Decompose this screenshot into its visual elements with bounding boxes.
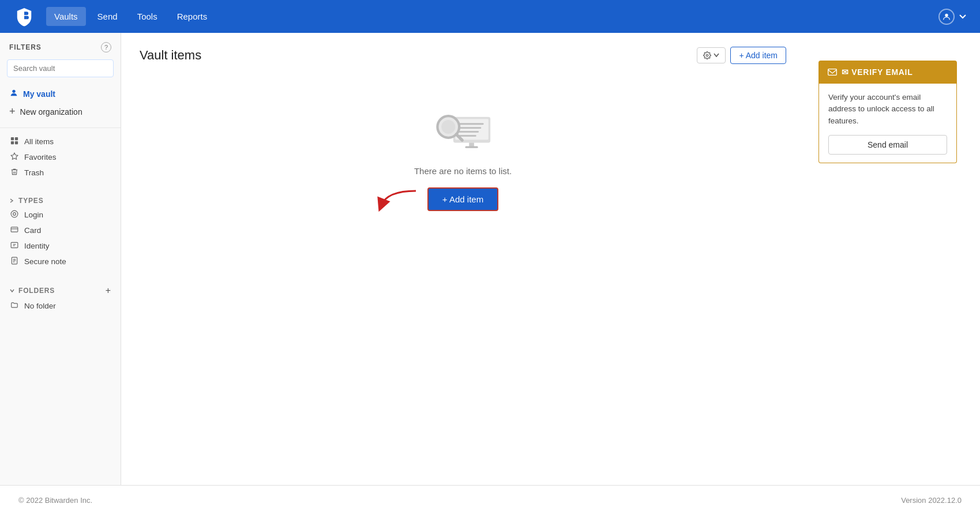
main-layout: FILTERS ? My vault + New organization: [0, 33, 980, 485]
trash-icon: [9, 168, 20, 178]
nav-send[interactable]: Send: [89, 7, 126, 26]
trash-filter[interactable]: Trash: [7, 165, 114, 181]
right-column: ✉ VERIFY EMAIL Verify your account's ema…: [800, 47, 962, 177]
trash-label: Trash: [24, 168, 44, 177]
svg-rect-5: [15, 141, 18, 144]
login-icon: [9, 210, 20, 220]
svg-point-7: [11, 210, 18, 217]
all-items-label: All items: [24, 137, 54, 146]
send-email-button[interactable]: Send email: [828, 135, 947, 155]
my-vault-label: My vault: [23, 89, 55, 99]
login-label: Login: [24, 210, 43, 219]
empty-message: There are no items to list.: [414, 166, 512, 176]
svg-rect-2: [11, 137, 14, 140]
empty-illustration: [429, 101, 498, 155]
no-folder-item[interactable]: No folder: [7, 298, 114, 314]
favorites-filter[interactable]: Favorites: [7, 149, 114, 165]
topnav: Vaults Send Tools Reports: [0, 0, 980, 33]
new-org-item[interactable]: + New organization: [7, 103, 114, 121]
secure-note-type[interactable]: Secure note: [7, 254, 114, 269]
svg-rect-11: [11, 242, 18, 247]
topnav-links: Vaults Send Tools Reports: [46, 7, 938, 26]
types-section-label: TYPES: [7, 192, 114, 207]
svg-point-28: [441, 120, 455, 134]
favorites-label: Favorites: [24, 153, 57, 161]
bitwarden-logo: [14, 6, 35, 27]
main-filters: All items Favorites Trash: [0, 128, 121, 186]
verify-email-title: ✉ VERIFY EMAIL: [842, 67, 913, 77]
search-input[interactable]: [7, 59, 114, 77]
help-icon[interactable]: ?: [101, 42, 111, 52]
folders-section: FOLDERS + No folder: [0, 275, 121, 319]
card-icon: [9, 225, 20, 235]
identity-icon: [9, 241, 20, 251]
new-org-label: New organization: [20, 107, 82, 116]
svg-rect-4: [11, 141, 14, 144]
star-icon: [9, 152, 20, 162]
secure-note-label: Secure note: [24, 257, 66, 266]
footer: © 2022 Bitwarden Inc. Version 2022.12.0: [0, 485, 980, 515]
all-items-filter[interactable]: All items: [7, 134, 114, 149]
card-type[interactable]: Card: [7, 223, 114, 238]
add-item-center-button[interactable]: + Add item: [427, 187, 498, 211]
note-icon: [9, 257, 20, 266]
options-button[interactable]: [697, 47, 726, 63]
search-box: [7, 59, 114, 77]
plus-icon: +: [9, 106, 16, 118]
user-menu[interactable]: [938, 9, 966, 25]
verify-email-card: ✉ VERIFY EMAIL Verify your account's ema…: [818, 61, 957, 163]
add-item-header-button[interactable]: + Add item: [730, 47, 786, 64]
svg-point-18: [707, 54, 709, 57]
identity-type[interactable]: Identity: [7, 238, 114, 254]
copyright: © 2022 Bitwarden Inc.: [18, 496, 92, 505]
svg-rect-9: [11, 227, 18, 232]
page-title: Vault items: [140, 48, 697, 63]
add-folder-button[interactable]: +: [106, 285, 111, 296]
svg-marker-6: [11, 153, 18, 159]
chevron-down-folders-icon: [9, 288, 15, 294]
content-header: Vault items + Add item: [140, 47, 786, 64]
nav-reports[interactable]: Reports: [169, 7, 216, 26]
avatar: [938, 9, 955, 25]
chevron-right-icon: [9, 198, 15, 204]
svg-rect-26: [465, 146, 478, 148]
svg-point-0: [945, 13, 948, 16]
svg-rect-25: [469, 142, 474, 146]
version: Version 2022.12.0: [901, 496, 962, 505]
header-actions: + Add item: [697, 47, 786, 64]
my-vault-item[interactable]: My vault: [7, 85, 114, 103]
chevron-down-icon: [959, 14, 966, 19]
filters-title: FILTERS: [9, 43, 42, 51]
grid-icon: [9, 137, 20, 146]
verify-email-text: Verify your account's email address to u…: [828, 92, 947, 127]
folders-section-label: FOLDERS +: [7, 281, 114, 298]
card-label: Card: [24, 226, 41, 235]
vault-content: Vault items + Add item: [140, 47, 786, 234]
identity-label: Identity: [24, 242, 50, 250]
nav-vaults[interactable]: Vaults: [46, 7, 86, 26]
folder-icon: [9, 301, 20, 311]
svg-rect-3: [15, 137, 18, 140]
arrow-annotation: [376, 185, 422, 214]
empty-state: There are no items to list. + Add item: [140, 78, 786, 234]
types-section: TYPES Login Card Identity: [0, 186, 121, 275]
vault-section: My vault + New organization: [0, 85, 121, 128]
verify-email-body: Verify your account's email address to u…: [818, 84, 957, 163]
sidebar: FILTERS ? My vault + New organization: [0, 33, 121, 485]
verify-email-header: ✉ VERIFY EMAIL: [818, 61, 957, 84]
no-folder-label: No folder: [24, 302, 56, 310]
dropdown-chevron-icon: [714, 53, 719, 58]
svg-point-8: [13, 213, 16, 216]
sidebar-header: FILTERS ?: [0, 42, 121, 59]
person-icon: [9, 88, 18, 100]
nav-tools[interactable]: Tools: [129, 7, 166, 26]
gear-icon: [703, 51, 711, 59]
svg-point-1: [12, 90, 15, 93]
login-type[interactable]: Login: [7, 207, 114, 223]
email-icon: [828, 68, 837, 76]
svg-rect-30: [828, 69, 837, 76]
